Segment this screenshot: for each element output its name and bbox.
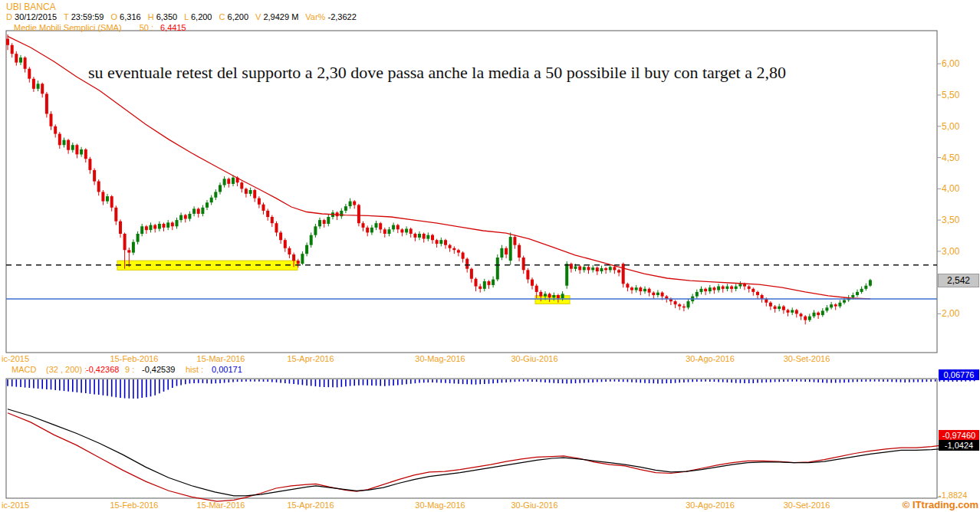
candle-body (496, 258, 499, 280)
candle-body (232, 178, 235, 184)
candle-body (176, 220, 179, 226)
date-tick-label: 30-Mag-2016 (415, 354, 465, 363)
candle-body (483, 281, 486, 289)
candle-body (817, 313, 820, 315)
date-tick-label: 30-Set-2016 (784, 354, 830, 363)
candle-body (418, 234, 421, 238)
candle-body (310, 235, 313, 245)
candle-body (396, 225, 400, 230)
candle-body (539, 292, 542, 297)
candle-body (353, 202, 356, 205)
candle-body (600, 268, 603, 271)
ohlc-field: V 2,9429 M (255, 12, 298, 21)
candle-body (197, 208, 200, 214)
candle-body (604, 268, 607, 270)
candle-body (500, 248, 503, 258)
candle-body (782, 307, 785, 310)
macd-status-item: hist : (186, 365, 203, 374)
candle-body (838, 303, 841, 307)
ohlc-field-value: 2,9429 M (261, 12, 298, 21)
ohlc-field: O 6,316 (110, 12, 140, 21)
candle-body (505, 248, 508, 254)
candle-body (426, 235, 429, 239)
ohlc-field: C 6,200 (219, 12, 249, 21)
candle-body (465, 259, 469, 269)
candle-body (531, 280, 534, 286)
macd-histogram (8, 379, 975, 399)
candle-body (730, 287, 733, 289)
candle-body (114, 208, 117, 222)
candle-body (722, 287, 725, 289)
date-tick-label: 15-Apr-2016 (287, 354, 334, 363)
candle-body (613, 267, 616, 270)
candle-body (444, 240, 447, 245)
macd-signal-value-badge: -0,97460 (939, 430, 979, 441)
macd-hist-value-badge: 0,06776 (939, 369, 979, 380)
candle-body (106, 196, 109, 202)
candle-body (275, 223, 278, 232)
candle-body (869, 280, 872, 285)
ohlc-field-value: 6,350 (154, 12, 178, 21)
candle-body (327, 217, 330, 224)
candle-body (678, 304, 681, 306)
ohlc-field: D 30/12/2015 (6, 12, 57, 21)
candle-body (206, 202, 209, 208)
candle-body (140, 226, 143, 234)
candle-body (682, 307, 686, 308)
candle-body (449, 245, 452, 248)
candle-body (223, 179, 226, 185)
macd-status-item: -0,42539 (142, 365, 175, 374)
candle-body (557, 295, 560, 298)
candle-body (821, 310, 824, 315)
price-tick-label: 2,00 (942, 308, 959, 319)
candle-body (357, 205, 360, 224)
candle-body (383, 229, 386, 234)
candle-body (509, 237, 512, 261)
candle-body (544, 294, 547, 296)
candle-body (258, 199, 261, 205)
candle-body (314, 226, 317, 235)
candle-body (227, 179, 230, 184)
macd-status-item: (32 , 200) : (46, 365, 87, 374)
ohlc-field-value: 6,200 (189, 12, 212, 21)
candle-body (431, 235, 434, 241)
candle-body (488, 281, 491, 285)
candle-body (800, 313, 803, 316)
candle-body (123, 234, 127, 250)
ohlc-field-value: 6,200 (225, 12, 248, 21)
candle-body (75, 145, 78, 154)
candle-body (552, 295, 555, 297)
macd-status-item: -0,42368 (86, 365, 119, 374)
date-tick-label: 15-Apr-2016 (287, 501, 334, 510)
candle-body (323, 220, 326, 224)
macd-line-value-badge: -1,0424 (939, 440, 979, 451)
candle-body (808, 317, 811, 320)
candle-body (219, 185, 222, 192)
candle-body (50, 114, 53, 126)
sma-label: Medie Mobili Semplici (SMA) (14, 23, 122, 32)
candle-body (58, 134, 61, 146)
candle-body (478, 287, 482, 289)
last-price-badge: 2,542 (938, 274, 979, 287)
candle-body (409, 229, 413, 235)
candle-body (288, 248, 291, 254)
candle-body (45, 94, 48, 113)
candle-body (436, 240, 439, 244)
candle-body (93, 170, 96, 182)
candle-body (201, 208, 204, 214)
candle-body (392, 225, 395, 230)
candle-body (366, 228, 369, 233)
candle-body (452, 248, 455, 250)
analyst-annotation: su eventuale retest del supporto a 2,30 … (88, 63, 786, 83)
chart-window: UBI BANCA D 30/12/2015T 23:59:59O 6,316H… (0, 0, 980, 512)
candle-body (80, 149, 83, 155)
candle-body (825, 307, 828, 310)
candle-body (145, 226, 148, 230)
price-tick-label: 4,50 (942, 153, 959, 163)
candle-body (184, 215, 187, 219)
ohlc-field-value: 30/12/2015 (12, 12, 57, 21)
support-highlights (117, 261, 570, 304)
candle-body (526, 270, 529, 279)
candle-body (11, 45, 14, 54)
candle-body (596, 267, 599, 271)
